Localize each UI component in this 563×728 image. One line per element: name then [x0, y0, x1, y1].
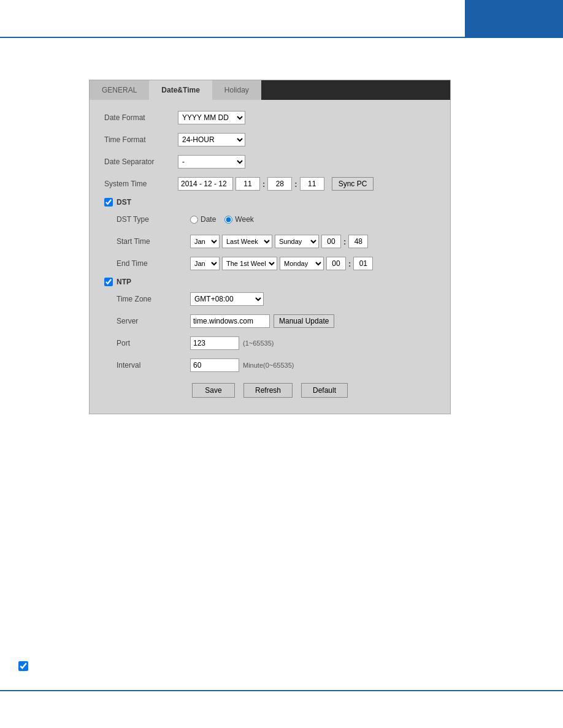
date-separator-select[interactable]: - / . — [178, 155, 245, 169]
time-zone-label: Time Zone — [117, 295, 190, 303]
time-format-dropdown-wrap: 24-HOUR 12-HOUR — [178, 133, 245, 146]
dst-start-min-input[interactable] — [348, 235, 368, 248]
dst-type-date-radio[interactable] — [190, 216, 198, 224]
time-zone-dropdown-wrap: GMT+08:00 GMT+00:00 GMT-05:00 — [190, 292, 264, 306]
server-input[interactable] — [190, 314, 270, 328]
date-format-label: Date Format — [104, 113, 178, 122]
port-hint: (1~65535) — [243, 339, 274, 347]
dst-end-week-select[interactable]: The 1st WeekLast WeekThe 2nd Week — [222, 257, 277, 270]
dst-type-week-radio[interactable] — [224, 216, 232, 224]
panel-body: Date Format YYYY MM DD MM DD YYYY DD MM … — [90, 100, 450, 414]
bottom-checkbox[interactable] — [18, 661, 28, 671]
dst-start-time-row: Start Time JanFebMar Last WeekThe 1st We… — [104, 233, 435, 249]
ntp-checkbox[interactable] — [104, 278, 113, 286]
system-sec-input[interactable] — [300, 177, 324, 191]
system-time-row: System Time : : Sync PC — [104, 176, 435, 192]
dst-section-header: DST — [104, 198, 435, 207]
date-format-row: Date Format YYYY MM DD MM DD YYYY DD MM … — [104, 110, 435, 126]
system-time-inputs: : : Sync PC — [178, 177, 373, 191]
settings-panel: GENERAL Date&Time Holiday Date Format YY… — [89, 80, 451, 414]
dst-start-hour-input[interactable] — [321, 235, 341, 248]
tab-bar: GENERAL Date&Time Holiday — [90, 80, 450, 100]
default-button[interactable]: Default — [301, 383, 348, 398]
port-label: Port — [117, 339, 190, 347]
dst-end-day-select[interactable]: MondaySundayTuesday — [280, 257, 324, 270]
date-format-select[interactable]: YYYY MM DD MM DD YYYY DD MM YYYY — [178, 111, 245, 124]
server-label: Server — [117, 317, 190, 325]
manual-update-button[interactable]: Manual Update — [274, 314, 334, 328]
time-sep-2: : — [294, 180, 297, 189]
interval-hint: Minute(0~65535) — [243, 362, 294, 369]
port-row: Port (1~65535) — [104, 335, 435, 351]
system-time-label: System Time — [104, 180, 178, 188]
server-row: Server Manual Update — [104, 313, 435, 329]
dst-checkbox[interactable] — [104, 198, 113, 207]
top-blue-decoration — [465, 0, 563, 37]
dst-type-radio-group: Date Week — [190, 215, 254, 224]
dst-start-month-select[interactable]: JanFebMar — [190, 235, 220, 248]
date-separator-dropdown-wrap: - / . — [178, 155, 245, 169]
dst-label: DST — [117, 198, 131, 207]
dst-start-time-inputs: JanFebMar Last WeekThe 1st WeekThe 2nd W… — [190, 235, 368, 248]
dst-end-min-input[interactable] — [353, 257, 373, 270]
dst-end-time-label: End Time — [117, 259, 190, 268]
time-format-label: Time Format — [104, 135, 178, 144]
time-format-select[interactable]: 24-HOUR 12-HOUR — [178, 133, 245, 146]
dst-start-sep: : — [343, 237, 346, 246]
top-divider — [0, 37, 563, 38]
system-date-input[interactable] — [178, 177, 233, 191]
action-buttons-row: Save Refresh Default — [104, 383, 435, 404]
interval-label: Interval — [117, 361, 190, 370]
ntp-section-header: NTP — [104, 278, 435, 286]
dst-type-label: DST Type — [117, 215, 190, 224]
tab-general[interactable]: GENERAL — [90, 80, 149, 100]
dst-end-hour-input[interactable] — [326, 257, 346, 270]
dst-type-date-option[interactable]: Date — [190, 215, 216, 224]
ntp-label: NTP — [117, 278, 131, 286]
interval-input[interactable] — [190, 358, 239, 372]
time-format-row: Time Format 24-HOUR 12-HOUR — [104, 132, 435, 148]
dst-end-month-select[interactable]: JanFebMar — [190, 257, 220, 270]
bottom-checkbox-area — [18, 661, 28, 673]
save-button[interactable]: Save — [192, 383, 235, 398]
date-separator-label: Date Separator — [104, 157, 178, 166]
refresh-button[interactable]: Refresh — [243, 383, 293, 398]
port-input[interactable] — [190, 336, 239, 350]
dst-type-week-option[interactable]: Week — [224, 215, 253, 224]
dst-end-time-row: End Time JanFebMar The 1st WeekLast Week… — [104, 256, 435, 271]
dst-start-time-label: Start Time — [117, 237, 190, 246]
system-min-input[interactable] — [267, 177, 292, 191]
time-zone-select[interactable]: GMT+08:00 GMT+00:00 GMT-05:00 — [190, 292, 264, 306]
time-sep-1: : — [262, 180, 265, 189]
date-separator-row: Date Separator - / . — [104, 154, 435, 170]
tab-holiday[interactable]: Holiday — [212, 80, 261, 100]
dst-type-row: DST Type Date Week — [104, 211, 435, 227]
system-hour-input[interactable] — [236, 177, 260, 191]
tab-datetime[interactable]: Date&Time — [149, 80, 212, 100]
dst-start-day-select[interactable]: SundayMondayTuesday — [275, 235, 319, 248]
dst-start-week-select[interactable]: Last WeekThe 1st WeekThe 2nd Week — [222, 235, 272, 248]
sync-pc-button[interactable]: Sync PC — [332, 177, 374, 191]
dst-end-time-inputs: JanFebMar The 1st WeekLast WeekThe 2nd W… — [190, 257, 373, 270]
dst-end-sep: : — [348, 259, 351, 268]
time-zone-row: Time Zone GMT+08:00 GMT+00:00 GMT-05:00 — [104, 291, 435, 307]
interval-row: Interval Minute(0~65535) — [104, 357, 435, 373]
bottom-divider — [0, 690, 563, 691]
date-format-dropdown-wrap: YYYY MM DD MM DD YYYY DD MM YYYY — [178, 111, 245, 124]
